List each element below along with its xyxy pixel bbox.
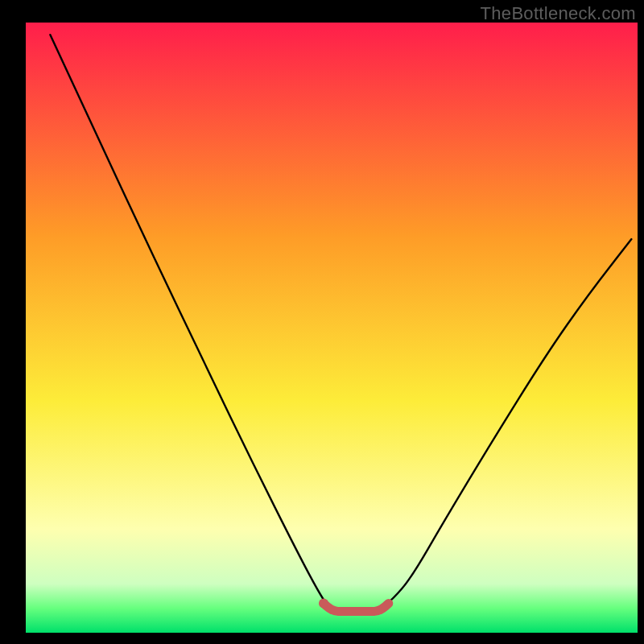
plot-area <box>26 23 638 633</box>
chart-container: { "watermark": "TheBottleneck.com", "col… <box>0 0 644 644</box>
watermark: TheBottleneck.com <box>481 3 636 24</box>
bottleneck-chart <box>0 0 644 644</box>
flat-minimum-dot <box>319 599 328 609</box>
